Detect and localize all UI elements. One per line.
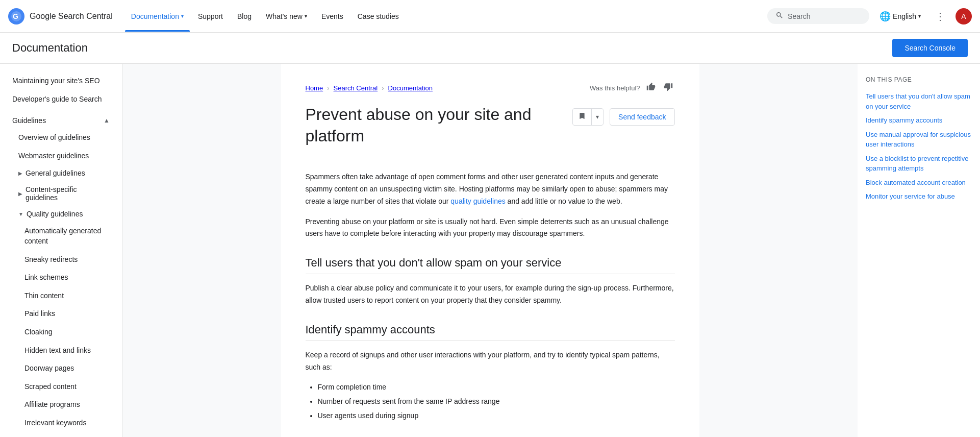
main-layout: Maintaining your site's SEO Developer's …	[0, 64, 980, 437]
section-content-identify-spammy: Keep a record of signups and other user …	[306, 349, 675, 374]
sidebar-item-irrelevant-keywords[interactable]: Irrelevant keywords	[0, 414, 122, 432]
right-panel: On this page Tell users that you don't a…	[858, 64, 980, 437]
sidebar-item-hidden-text[interactable]: Hidden text and links	[0, 342, 122, 360]
chevron-down-icon: ▾	[918, 13, 921, 19]
chevron-right-icon: ▶	[18, 191, 22, 197]
nav-case-studies[interactable]: Case studies	[351, 8, 405, 25]
list-item-ip-requests: Number of requests sent from the same IP…	[318, 396, 675, 408]
content-area: Home › Search Central › Documentation Wa…	[122, 64, 858, 437]
nav-whats-new[interactable]: What's new ▾	[260, 8, 313, 25]
collapse-icon: ▲	[104, 117, 110, 124]
quality-guidelines-link[interactable]: quality guidelines	[450, 197, 505, 205]
bookmark-dropdown: ▾	[572, 108, 604, 126]
brand-name: Google Search Central	[30, 12, 113, 21]
chevron-down-icon: ▼	[18, 211, 23, 217]
breadcrumb-row: Home › Search Central › Documentation Wa…	[306, 80, 675, 96]
breadcrumb-documentation[interactable]: Documentation	[388, 84, 433, 92]
breadcrumb-home[interactable]: Home	[306, 84, 323, 92]
nav-blog[interactable]: Blog	[231, 8, 258, 25]
chevron-down-icon: ▾	[305, 13, 307, 19]
search-icon	[775, 11, 784, 21]
sidebar-item-scraped-content[interactable]: Scraped content	[0, 378, 122, 396]
top-navigation: G Google Search Central Documentation ▾ …	[0, 0, 980, 33]
article-body: Spammers often take advantage of open co…	[306, 171, 675, 422]
nav-events[interactable]: Events	[315, 8, 349, 25]
nav-documentation[interactable]: Documentation ▾	[125, 8, 190, 25]
breadcrumb-separator: ›	[382, 84, 384, 92]
toc-item-tell-users[interactable]: Tell users that you don't allow spam on …	[866, 89, 972, 113]
sidebar-item-paid-links[interactable]: Paid links	[0, 305, 122, 323]
bookmark-button[interactable]	[573, 109, 592, 125]
spammy-patterns-list: Form completion time Number of requests …	[318, 381, 675, 422]
section-title-tell-users: Tell users that you don't allow spam on …	[306, 256, 675, 274]
send-feedback-button[interactable]: Send feedback	[610, 108, 674, 126]
bookmark-dropdown-button[interactable]: ▾	[592, 110, 603, 124]
search-box[interactable]: Search	[767, 8, 869, 24]
sidebar-item-link-schemes[interactable]: Link schemes	[0, 269, 122, 287]
chevron-down-icon: ▾	[181, 13, 184, 19]
nav-support[interactable]: Support	[192, 8, 229, 25]
toc-item-block-automated[interactable]: Block automated account creation	[866, 176, 972, 190]
logo-area[interactable]: G Google Search Central	[8, 8, 113, 25]
page-header: Documentation Search Console	[0, 33, 980, 64]
toc-item-manual-approval[interactable]: Use manual approval for suspicious user …	[866, 128, 972, 152]
sidebar-item-affiliate-programs[interactable]: Affiliate programs	[0, 396, 122, 414]
nav-right: Search 🌐 English ▾ ⋮ A	[767, 7, 972, 26]
language-selector[interactable]: 🌐 English ▾	[875, 8, 925, 25]
article-title: Prevent abuse on your site and platform	[306, 104, 565, 147]
more-options-button[interactable]: ⋮	[931, 7, 949, 26]
sidebar-item-cloaking[interactable]: Cloaking	[0, 323, 122, 342]
sidebar-item-thin-content[interactable]: Thin content	[0, 287, 122, 305]
list-item-form-completion: Form completion time	[318, 381, 675, 394]
sidebar: Maintaining your site's SEO Developer's …	[0, 64, 122, 437]
toc-item-monitor-abuse[interactable]: Monitor your service for abuse	[866, 189, 972, 204]
helpful-text: Was this helpful?	[590, 84, 640, 92]
title-area: Prevent abuse on your site and platform …	[306, 104, 675, 159]
toc-item-identify-spammy[interactable]: Identify spammy accounts	[866, 113, 972, 128]
sidebar-item-quality-guidelines[interactable]: ▼ Quality guidelines	[0, 206, 122, 222]
sidebar-item-content-specific[interactable]: ▶ Content-specific guidelines	[0, 181, 122, 206]
google-logo-icon: G	[8, 8, 24, 25]
search-console-button[interactable]: Search Console	[892, 39, 968, 57]
sidebar-section-guidelines[interactable]: Guidelines ▲	[0, 112, 122, 129]
breadcrumb-separator: ›	[327, 84, 329, 92]
svg-text:G: G	[13, 12, 18, 20]
sidebar-item-developer-guide[interactable]: Developer's guide to Search	[0, 90, 122, 109]
sidebar-item-overview-guidelines[interactable]: Overview of guidelines	[0, 129, 122, 147]
avatar[interactable]: A	[956, 8, 972, 25]
toc-item-blocklist[interactable]: Use a blocklist to prevent repetitive sp…	[866, 152, 972, 176]
breadcrumb: Home › Search Central › Documentation	[306, 84, 433, 92]
list-item-user-agents: User agents used during signup	[318, 410, 675, 422]
sidebar-item-general-guidelines[interactable]: ▶ General guidelines	[0, 165, 122, 181]
sidebar-item-maintaining-seo[interactable]: Maintaining your site's SEO	[0, 72, 122, 90]
sidebar-item-webmaster-guidelines[interactable]: Webmaster guidelines	[0, 147, 122, 165]
thumbs-down-button[interactable]	[662, 80, 675, 96]
nav-items: Documentation ▾ Support Blog What's new …	[125, 8, 767, 25]
intro-paragraph-2: Preventing abuse on your platform or sit…	[306, 216, 675, 240]
thumbs-up-button[interactable]	[644, 80, 658, 96]
toc-title: On this page	[866, 76, 972, 83]
content-wrapper: Home › Search Central › Documentation Wa…	[281, 64, 699, 437]
sidebar-item-sneaky-redirects[interactable]: Sneaky redirects	[0, 251, 122, 269]
globe-icon: 🌐	[880, 11, 891, 22]
sidebar-item-malicious-pages[interactable]: Creating pages with malicious behavior	[0, 432, 122, 438]
breadcrumb-search-central[interactable]: Search Central	[334, 84, 378, 92]
chevron-right-icon: ▶	[18, 171, 22, 176]
sidebar-item-auto-generated[interactable]: Automatically generated content	[0, 222, 122, 250]
sidebar-item-doorway-pages[interactable]: Doorway pages	[0, 359, 122, 378]
page-title: Documentation	[12, 41, 88, 55]
intro-paragraph-1: Spammers often take advantage of open co…	[306, 171, 675, 207]
section-content-tell-users: Publish a clear abuse policy and communi…	[306, 282, 675, 307]
search-label: Search	[788, 12, 810, 20]
section-title-identify-spammy: Identify spammy accounts	[306, 323, 675, 341]
